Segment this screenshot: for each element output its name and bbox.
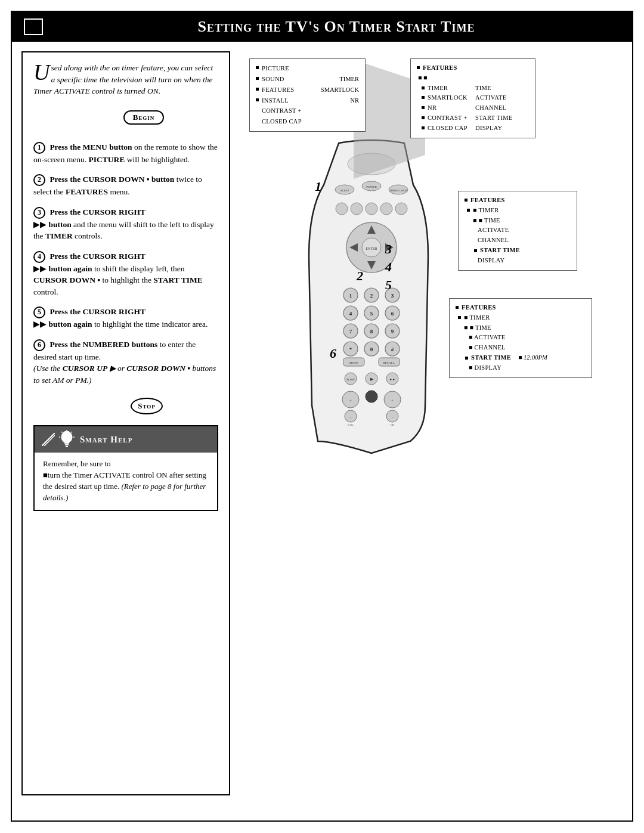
svg-point-67: [366, 391, 377, 402]
screen1-value-features: SmartLock: [321, 85, 359, 95]
step-6-title: Press the NUMBERED buttons: [49, 340, 157, 349]
drop-cap: U: [33, 61, 49, 83]
svg-text:SLOW: SLOW: [346, 378, 355, 381]
screen2-dot-smartlock: [422, 96, 425, 99]
screen2-label-contrast: CONTRAST +: [428, 113, 475, 123]
smart-help-box: Smart Help Remember, be sure to■turn the…: [33, 425, 218, 510]
step-1-circle: 1: [33, 142, 45, 154]
step-4-text: ▶▶ button again to shift the display lef…: [33, 264, 203, 296]
screen2-label-features: FEATURES: [423, 63, 457, 73]
svg-rect-4: [65, 444, 69, 445]
begin-badge: Begin: [123, 110, 165, 125]
svg-text:*: *: [349, 346, 352, 352]
svg-text:CH: CH: [391, 423, 395, 426]
svg-text:#: #: [391, 346, 394, 352]
screen3-label-timer: ■ TIMER: [473, 206, 499, 216]
screen2-row-dots: ■ ■: [417, 73, 529, 83]
tv-icon: [24, 18, 43, 35]
screen4-row-features: FEATURES: [456, 303, 586, 313]
svg-text:1: 1: [349, 293, 352, 299]
step-2-circle: 2: [33, 174, 45, 186]
svg-text:1: 1: [315, 179, 321, 194]
screen1-label-picture: PICTURE: [262, 63, 289, 74]
menu-screen-2: FEATURES ■ ■ TIMER TIME SmartLock ACTIVA…: [410, 58, 535, 138]
svg-point-22: [380, 203, 392, 215]
svg-rect-5: [66, 446, 68, 447]
screen2-row-closed-cap: CLOSED CAP DISPLAY: [417, 123, 529, 134]
screen1-value-sound: TIMER: [339, 74, 359, 85]
intro-paragraph: Used along with the on timer feature, yo…: [33, 62, 218, 97]
svg-line-9: [72, 432, 73, 433]
screen2-row-contrast: CONTRAST + START TIME: [417, 113, 529, 123]
screen4-label-timer: ■ TIMER: [464, 313, 490, 323]
screen3-row-time: ■ ■ TIME: [465, 216, 571, 226]
screen4-dot-timer: [458, 316, 461, 319]
screen2-label-closed-cap: CLOSED CAP: [428, 123, 475, 134]
screen2-dot-timer: [422, 86, 425, 89]
svg-text:MENU: MENU: [349, 361, 358, 364]
step-6: 6 Press the NUMBERED buttons to enter th…: [33, 339, 218, 386]
screen2-dot-closed-cap: [422, 126, 425, 129]
step-5: 5 Press the CURSOR RIGHT ▶▶ button again…: [33, 306, 218, 330]
step-1-title: Press the MENU button: [49, 143, 132, 151]
svg-text:SLEEP: SLEEP: [340, 189, 349, 192]
screen3-label-features: FEATURES: [470, 196, 505, 206]
screen2-row-smartlock: SmartLock ACTIVATE: [417, 93, 529, 103]
screen2-label-smartlock: SmartLock: [428, 93, 475, 103]
svg-text:3: 3: [385, 241, 392, 256]
instruction-panel: Used along with the on timer feature, yo…: [21, 51, 230, 795]
screen2-value-closed-cap: DISPLAY: [475, 123, 502, 134]
step-5-title: Press the CURSOR RIGHT: [49, 307, 145, 316]
screen3-dot-timer: [467, 209, 470, 212]
step-4-circle: 4: [33, 251, 45, 263]
screen4-dot-features: [456, 306, 459, 309]
page-header: Setting the TV's On Timer Start Time: [12, 12, 632, 42]
screen3-label-time: ■ ■ TIME: [473, 217, 500, 224]
svg-text:9: 9: [391, 329, 394, 335]
screen1-dot-features: [256, 88, 259, 91]
screen2-value-nr: CHANNEL: [475, 103, 506, 113]
screen1-label-contrast: CONTRAST +: [262, 106, 302, 116]
screen4-label-start-time: START TIME: [471, 353, 511, 363]
screen3-label-activate: ACTIVATE: [478, 227, 509, 233]
step-1: 1 Press the MENU button on the remote to…: [33, 141, 218, 165]
step-2: 2 Press the CURSOR DOWN ▪ button twice t…: [33, 174, 218, 197]
screen2-label-nr: NR: [428, 103, 475, 113]
screen1-row-features: FEATURES SmartLock: [256, 85, 359, 95]
menu-screen-4: FEATURES ■ TIMER ■ ■ TIME ■ ACTIVATE ■ C…: [449, 298, 592, 378]
svg-text:4: 4: [349, 311, 352, 317]
smart-help-text: Remember, be sure to■turn the Timer ACTI…: [43, 459, 206, 502]
svg-point-20: [351, 203, 363, 215]
svg-text:6: 6: [391, 311, 394, 317]
screen4-label-activate: ■ ACTIVATE: [469, 334, 505, 340]
step-6-circle: 6: [33, 339, 45, 351]
svg-text:-: -: [392, 414, 394, 420]
svg-text:2: 2: [370, 293, 373, 299]
page-title: Setting the TV's On Timer Start Time: [52, 18, 620, 36]
step-3-text: ▶▶ button and the menu will shift to the…: [33, 220, 214, 241]
screen4-row-start-time: START TIME ■ 12:00PM: [456, 353, 586, 363]
screen2-dot-features: [417, 66, 420, 69]
menu-screen-1: PICTURE SOUND TIMER FEATURES SmartLock I…: [249, 58, 366, 132]
screen1-dot-install: [256, 98, 259, 101]
step-4: 4 Press the CURSOR RIGHT ▶▶ button again…: [33, 250, 218, 298]
smart-help-body: Remember, be sure to■turn the Timer ACTI…: [35, 453, 217, 509]
screen2-value-timer: TIME: [475, 83, 491, 94]
screen4-label-display: ■ DISPLAY: [469, 364, 501, 371]
screen4-row-display: ■ DISPLAY: [456, 363, 586, 373]
svg-point-19: [336, 203, 348, 215]
screen3-row-display: DISPLAY: [465, 256, 571, 266]
menu-screen-3: FEATURES ■ TIMER ■ ■ TIME ACTIVATE CHANN…: [458, 191, 577, 271]
svg-line-0: [42, 433, 55, 446]
step-4-title: Press the CURSOR RIGHT: [49, 252, 145, 261]
diagonal-lines-icon: [42, 433, 55, 446]
svg-text:5: 5: [370, 311, 373, 317]
screen4-label-channel: ■ CHANNEL: [469, 344, 506, 351]
svg-text:RECALL: RECALL: [383, 361, 394, 364]
svg-point-2: [61, 431, 72, 443]
screen4-row-activate: ■ ACTIVATE: [456, 333, 586, 343]
main-content: Used along with the on timer feature, yo…: [12, 42, 632, 805]
svg-text:6: 6: [330, 346, 336, 361]
screen3-label-channel: CHANNEL: [478, 237, 509, 243]
screen4-value-start-time: ■ 12:00PM: [518, 353, 547, 363]
